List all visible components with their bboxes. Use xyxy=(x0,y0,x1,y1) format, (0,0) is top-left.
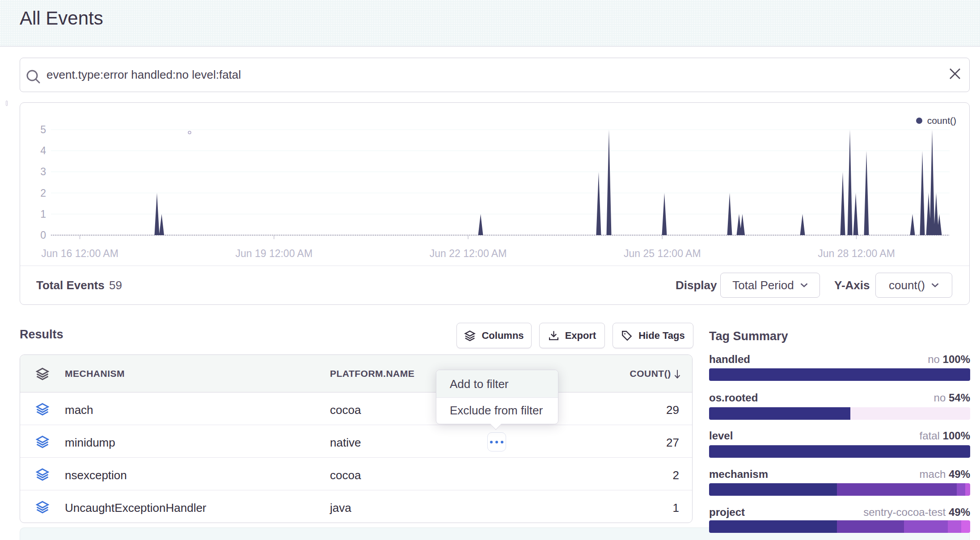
svg-text:Jun 16 12:00 AM: Jun 16 12:00 AM xyxy=(41,248,118,259)
svg-text:Jun 25 12:00 AM: Jun 25 12:00 AM xyxy=(624,248,701,259)
svg-text:Jun 19 12:00 AM: Jun 19 12:00 AM xyxy=(235,248,313,259)
svg-text:Jun 22 12:00 AM: Jun 22 12:00 AM xyxy=(430,248,507,259)
svg-text:2: 2 xyxy=(40,187,46,199)
svg-text:4: 4 xyxy=(40,145,46,156)
svg-text:3: 3 xyxy=(40,166,46,177)
svg-text:0: 0 xyxy=(40,229,46,241)
svg-text:1: 1 xyxy=(40,208,46,220)
svg-text:Jun 28 12:00 AM: Jun 28 12:00 AM xyxy=(818,248,895,259)
svg-text:5: 5 xyxy=(40,124,46,135)
